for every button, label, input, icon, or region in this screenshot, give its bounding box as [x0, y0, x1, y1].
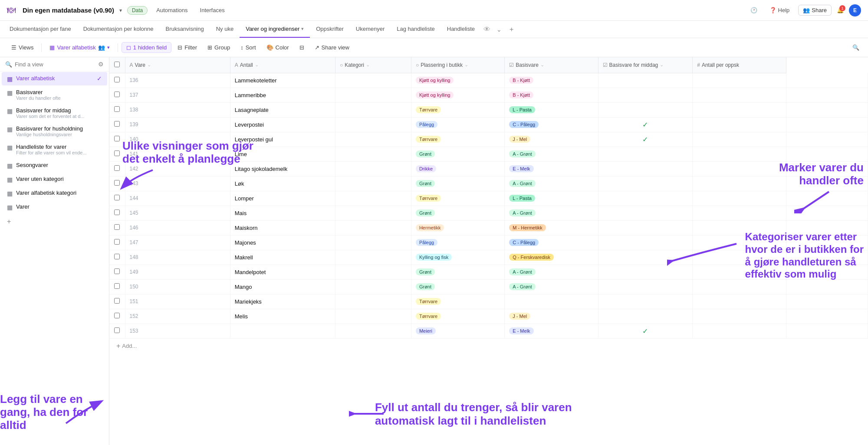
cell-checkbox-17[interactable]	[109, 324, 125, 338]
cell-antall-2[interactable]	[335, 102, 411, 117]
tab-dokumentasjon-fane[interactable]: Dokumentasjon per fane	[3, 21, 77, 38]
cell-antall-0[interactable]	[335, 73, 411, 88]
cell-checkbox-9[interactable]	[109, 206, 125, 220]
tab-ukemenyer[interactable]: Ukemenyer	[350, 21, 391, 38]
sidebar-add-view-btn[interactable]: +	[0, 214, 109, 229]
cell-basisvare-14[interactable]	[598, 279, 693, 294]
cell-kategori-10[interactable]: Hermetikk	[411, 220, 504, 235]
cell-checkbox-13[interactable]	[109, 265, 125, 279]
sidebar-item-1[interactable]: ▦ Basisvarer Varer du handler ofte	[2, 86, 107, 104]
app-title-chevron-icon[interactable]: ▾	[119, 7, 122, 13]
share-view-btn[interactable]: ↗ Share view	[310, 43, 354, 52]
tab-more-icon[interactable]: ⌄	[493, 26, 505, 33]
cell-kategori-11[interactable]: Pålegg	[411, 235, 504, 250]
cell-basisvare-10[interactable]	[598, 220, 693, 235]
tab-handleliste[interactable]: Handleliste	[441, 21, 481, 38]
cell-basisvare-middag-1[interactable]	[693, 88, 786, 102]
cell-antall-oppsk-5[interactable]	[786, 147, 868, 161]
cell-antall-oppsk-2[interactable]	[786, 102, 868, 117]
cell-basisvare-middag-3[interactable]	[693, 117, 786, 132]
row-checkbox-17[interactable]	[114, 327, 120, 333]
cell-vare-9[interactable]: Mais	[230, 206, 335, 220]
cell-basisvare-15[interactable]	[598, 294, 693, 309]
cell-antall-9[interactable]	[335, 206, 411, 220]
select-all-checkbox[interactable]	[114, 62, 120, 67]
cell-basisvare-middag-2[interactable]	[693, 102, 786, 117]
cell-basisvare-middag-5[interactable]	[693, 147, 786, 161]
active-view-chevron-icon[interactable]: ▾	[107, 45, 110, 50]
sidebar-search-input[interactable]	[15, 61, 95, 68]
views-btn[interactable]: ☰ Views	[7, 43, 38, 52]
cell-basisvare-1[interactable]	[598, 88, 693, 102]
cell-kategori-5[interactable]: Grønt	[411, 147, 504, 161]
add-row-label[interactable]: Add...	[122, 343, 137, 349]
hidden-field-btn[interactable]: ◻ 1 hidden field	[122, 42, 171, 53]
cell-vare-13[interactable]: Mandelpotet	[230, 265, 335, 279]
row-checkbox-10[interactable]	[114, 224, 120, 230]
th-basisvare[interactable]: ☑ Basisvare ⌄	[505, 57, 598, 73]
sidebar-item-7[interactable]: ▦ Varer alfabetisk kategori	[2, 187, 107, 200]
cell-plassering-5[interactable]: A - Grønt	[505, 147, 598, 161]
row-checkbox-2[interactable]	[114, 106, 120, 112]
row-checkbox-13[interactable]	[114, 268, 120, 274]
cell-kategori-9[interactable]: Grønt	[411, 206, 504, 220]
cell-plassering-2[interactable]: L - Pasta	[505, 102, 598, 117]
cell-vare-10[interactable]: Maiskorn	[230, 220, 335, 235]
cell-antall-oppsk-7[interactable]	[786, 176, 868, 191]
th-vare[interactable]: A Vare ⌄	[125, 57, 230, 73]
cell-antall-oppsk-6[interactable]	[786, 161, 868, 176]
cell-checkbox-7[interactable]	[109, 176, 125, 191]
cell-vare-0[interactable]: Lammekoteletter	[230, 73, 335, 88]
row-checkbox-5[interactable]	[114, 151, 120, 156]
nav-automations[interactable]: Automations	[153, 5, 191, 15]
cell-checkbox-4[interactable]	[109, 132, 125, 147]
th-kategori[interactable]: ○ Kategori ⌄	[335, 57, 411, 73]
cell-antall-oppsk-16[interactable]	[786, 309, 868, 324]
history-btn[interactable]: 🕐	[747, 5, 761, 15]
row-checkbox-4[interactable]	[114, 136, 120, 141]
cell-kategori-1[interactable]: Kjøtt og kylling	[411, 88, 504, 102]
cell-plassering-13[interactable]: A - Grønt	[505, 265, 598, 279]
cell-kategori-14[interactable]: Grønt	[411, 279, 504, 294]
cell-kategori-6[interactable]: Drikke	[411, 161, 504, 176]
tab-varer-chevron-icon[interactable]: ▾	[301, 26, 304, 32]
cell-basisvare-7[interactable]	[598, 176, 693, 191]
cell-checkbox-15[interactable]	[109, 294, 125, 309]
cell-vare-4[interactable]: Leverpostei gul	[230, 132, 335, 147]
cell-vare-2[interactable]: Lasagneplate	[230, 102, 335, 117]
cell-antall-16[interactable]	[335, 309, 411, 324]
cell-kategori-7[interactable]: Grønt	[411, 176, 504, 191]
cell-kategori-8[interactable]: Tørrvare	[411, 191, 504, 206]
sidebar-settings-icon[interactable]: ⚙	[98, 61, 104, 68]
cell-plassering-12[interactable]: Q - Ferskvaredisk	[505, 250, 598, 265]
cell-kategori-13[interactable]: Grønt	[411, 265, 504, 279]
cell-checkbox-11[interactable]	[109, 235, 125, 250]
group-btn[interactable]: ⊞ Group	[203, 43, 234, 52]
cell-basisvare-0[interactable]	[598, 73, 693, 88]
cell-antall-oppsk-15[interactable]	[786, 294, 868, 309]
cell-plassering-8[interactable]: L - Pasta	[505, 191, 598, 206]
cell-vare-6[interactable]: Litago sjokolademelk	[230, 161, 335, 176]
cell-vare-8[interactable]: Lomper	[230, 191, 335, 206]
cell-antall-4[interactable]	[335, 132, 411, 147]
row-checkbox-15[interactable]	[114, 298, 120, 304]
sidebar-item-8[interactable]: ▦ Varer	[2, 200, 107, 214]
cell-antall-oppsk-8[interactable]	[786, 191, 868, 206]
cell-plassering-16[interactable]: J - Mel	[505, 309, 598, 324]
cell-basisvare-middag-8[interactable]	[693, 191, 786, 206]
cell-antall-12[interactable]	[335, 250, 411, 265]
cell-checkbox-12[interactable]	[109, 250, 125, 265]
cell-basisvare-17[interactable]: ✓	[598, 324, 693, 338]
tab-lag-handleliste[interactable]: Lag handleliste	[391, 21, 441, 38]
cell-basisvare-11[interactable]	[598, 235, 693, 250]
cell-plassering-6[interactable]: E - Melk	[505, 161, 598, 176]
cell-antall-13[interactable]	[335, 265, 411, 279]
cell-antall-oppsk-13[interactable]	[786, 265, 868, 279]
sort-btn[interactable]: ↕ Sort	[236, 43, 260, 52]
tab-bruksanvisning[interactable]: Bruksanvisning	[160, 21, 210, 38]
row-checkbox-12[interactable]	[114, 254, 120, 259]
row-checkbox-3[interactable]	[114, 121, 120, 127]
active-view-btn[interactable]: ▦ Varer alfabetisk 👥 ▾	[45, 43, 114, 52]
cell-basisvare-6[interactable]	[598, 161, 693, 176]
cell-antall-6[interactable]	[335, 161, 411, 176]
